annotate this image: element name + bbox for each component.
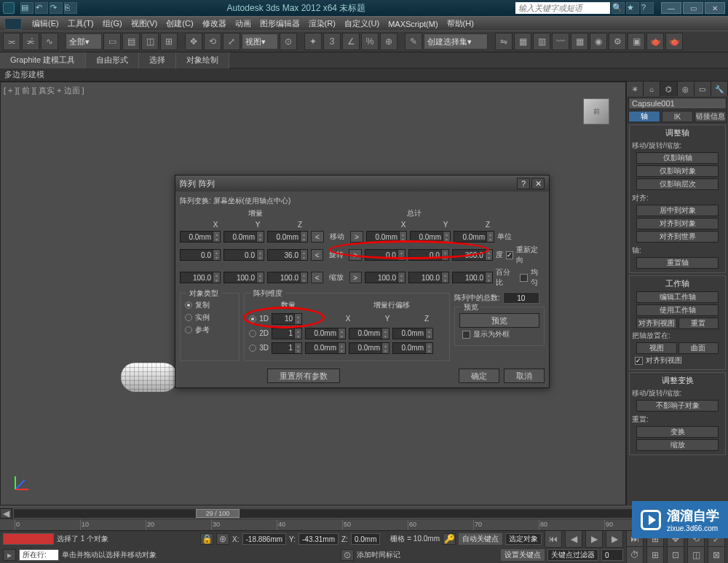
auto-key-button[interactable]: 自动关键点 [459, 533, 502, 545]
place-view-button[interactable]: 视图 [636, 342, 677, 354]
tab-freeform[interactable]: 自由形式 [86, 52, 139, 68]
panel-tab-modify[interactable]: ⌂ [644, 82, 660, 96]
mirror-icon[interactable]: ⇋ [495, 33, 513, 50]
panel-tab-create[interactable]: ✳ [627, 82, 644, 96]
nav-icon[interactable]: ⊞ [646, 546, 664, 563]
scale-inc-z-spinner[interactable]: ▴▾ [267, 272, 308, 283]
titlebar-icon[interactable]: ▤ [20, 2, 33, 14]
help-search-input[interactable] [515, 2, 610, 14]
play-start-icon[interactable]: ⏮ [545, 530, 562, 548]
menu-render[interactable]: 渲染(R) [304, 18, 340, 29]
pivot-center-icon[interactable]: ⊙ [280, 33, 297, 50]
panel-tab-utilities[interactable]: 🔧 [711, 82, 728, 96]
material-editor-icon[interactable]: ◉ [590, 33, 607, 50]
menu-graph[interactable]: 图形编辑器 [256, 18, 304, 29]
no-affect-children-button[interactable]: 不影响子对象 [636, 400, 719, 412]
instance-radio[interactable]: 实例 [185, 312, 234, 323]
menu-create[interactable]: 创建(C) [162, 18, 197, 29]
rotate-tot-x-spinner[interactable]: ▴▾ [365, 249, 405, 261]
render-icon[interactable]: 🫖 [646, 33, 664, 50]
move-tot-z-spinner[interactable]: ▴▾ [454, 231, 494, 243]
uniform-checkbox[interactable] [520, 274, 528, 282]
dialog-help-button[interactable]: ? [517, 178, 530, 189]
rotate-inc-z-spinner[interactable]: ▴▾ [267, 249, 308, 261]
panel-tab-motion[interactable]: ◎ [678, 82, 695, 96]
snap-toggle-icon[interactable]: 3 [323, 33, 341, 50]
tab-paint[interactable]: 对象绘制 [176, 52, 229, 68]
3d-z-spinner[interactable]: ▴▾ [392, 342, 433, 354]
preview-button[interactable]: 预览 [459, 313, 539, 328]
abs-rel-icon[interactable]: ⊕ [216, 533, 229, 545]
panel-tab-hierarchy[interactable]: ⌬ [660, 82, 677, 96]
nav-icon[interactable]: ⊠ [708, 546, 725, 563]
tab-selection[interactable]: 选择 [139, 52, 176, 68]
align-to-view-button[interactable]: 对齐到视图 [636, 318, 677, 329]
move-tot-y-spinner[interactable]: ▴▾ [410, 231, 451, 243]
reset-scale-button[interactable]: 缩放 [636, 439, 719, 451]
align-icon[interactable]: ▦ [514, 33, 531, 50]
minimize-button[interactable]: — [661, 2, 681, 14]
nav-icon[interactable]: ◫ [687, 546, 705, 563]
close-button[interactable]: ✕ [705, 2, 725, 14]
rotate-left-button[interactable]: < [311, 249, 323, 261]
time-slider[interactable]: ◀ 29 / 100 ▶ [0, 508, 728, 519]
3d-radio[interactable]: 3D [249, 344, 269, 352]
sel-filter-combo[interactable]: 选定对象 [505, 533, 542, 545]
3d-y-spinner[interactable]: ▴▾ [349, 342, 389, 354]
titlebar-icon[interactable]: ↶ [35, 2, 48, 14]
scale-right-button[interactable]: > [349, 272, 362, 283]
scale-inc-y-spinner[interactable]: ▴▾ [223, 272, 264, 283]
reset-wp-button[interactable]: 重置 [678, 318, 719, 329]
reset-transform-button[interactable]: 变换 [636, 426, 719, 438]
2d-count-spinner[interactable]: ▴▾ [272, 328, 302, 339]
play-prev-icon[interactable]: ◀ [565, 530, 582, 548]
select-name-icon[interactable]: ▤ [122, 33, 140, 50]
3d-x-spinner[interactable]: ▴▾ [305, 342, 346, 354]
titlebar-icon[interactable]: ⎘ [64, 2, 77, 14]
ref-coord-combo[interactable]: 视图 ▾ [242, 34, 278, 50]
subpanel-link-button[interactable]: 链接信息 [695, 111, 727, 122]
align-object-button[interactable]: 对齐到对象 [636, 218, 719, 229]
angle-snap-icon[interactable]: ∠ [342, 33, 360, 50]
center-object-button[interactable]: 居中到对象 [636, 205, 719, 216]
play-next-icon[interactable]: ▶ [606, 530, 623, 548]
move-tot-x-spinner[interactable]: ▴▾ [366, 231, 407, 243]
nav-icon[interactable]: ⊡ [667, 546, 684, 563]
maximize-button[interactable]: ▭ [683, 2, 703, 14]
rotate-icon[interactable]: ⟲ [204, 33, 221, 50]
3d-count-spinner[interactable]: ▴▾ [272, 342, 302, 354]
lock-icon[interactable]: 🔒 [200, 533, 213, 545]
2d-z-spinner[interactable]: ▴▾ [392, 328, 433, 339]
script-listener[interactable] [3, 533, 54, 545]
render-setup-icon[interactable]: ⚙ [609, 33, 626, 50]
key-filter-combo[interactable]: 关键点过滤器 [547, 549, 598, 561]
time-slider-thumb[interactable]: 29 / 100 [196, 509, 240, 518]
edit-named-sel-icon[interactable]: ✎ [405, 33, 422, 50]
move-left-button[interactable]: < [311, 231, 324, 243]
2d-x-spinner[interactable]: ▴▾ [305, 328, 346, 339]
rotate-right-button[interactable]: > [349, 249, 361, 261]
rotate-inc-y-spinner[interactable]: ▴▾ [223, 249, 264, 261]
coord-y-field[interactable]: -43.31mm [298, 533, 339, 545]
select-region-icon[interactable]: ◫ [141, 33, 159, 50]
percent-snap-icon[interactable]: % [361, 33, 379, 50]
show-wireframe-checkbox[interactable]: 显示为外框 [462, 329, 537, 339]
time-config-icon[interactable]: ⏱ [626, 546, 644, 563]
app-menu-icon[interactable] [4, 18, 22, 30]
scale-tot-y-spinner[interactable]: ▴▾ [408, 272, 449, 283]
dialog-close-button[interactable]: ✕ [531, 178, 545, 189]
object-name-field[interactable]: Capsule001 [628, 98, 727, 109]
2d-radio[interactable]: 2D [249, 329, 269, 337]
edit-working-pivot-button[interactable]: 编辑工作轴 [636, 291, 719, 303]
key-icon[interactable]: 🔑 [443, 533, 456, 545]
render-frame-icon[interactable]: ▣ [628, 33, 645, 50]
scale-left-button[interactable]: < [311, 272, 323, 283]
search-icon[interactable]: 🔍 [612, 2, 625, 14]
tab-graphite[interactable]: Graphite 建模工具 [0, 52, 86, 68]
reference-radio[interactable]: 参考 [185, 325, 234, 335]
rotate-tot-y-spinner[interactable]: ▴▾ [408, 249, 449, 261]
capsule-object[interactable] [121, 363, 178, 392]
move-right-button[interactable]: > [350, 231, 363, 243]
reset-all-button[interactable]: 重置所有参数 [267, 369, 340, 383]
panel-tab-display[interactable]: ▭ [695, 82, 711, 96]
